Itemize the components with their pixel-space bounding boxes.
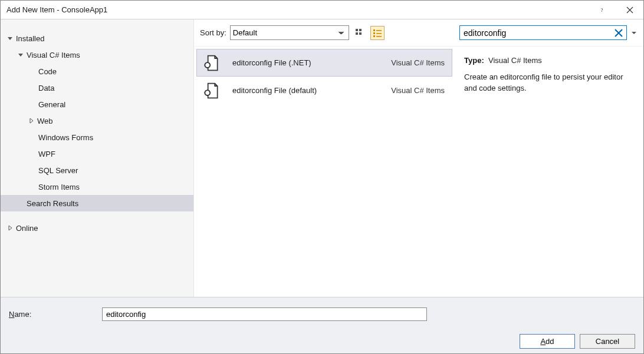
sort-bar: Sort by: Default — [194, 19, 455, 47]
svg-rect-2 — [359, 29, 362, 31]
expander-right-icon — [28, 117, 35, 124]
svg-rect-6 — [376, 30, 382, 31]
svg-rect-3 — [356, 32, 358, 35]
template-description: Create an editorconfig file to persist y… — [464, 71, 634, 94]
type-value: Visual C# Items — [488, 56, 542, 65]
template-category: Visual C# Items — [391, 58, 445, 67]
list-icon — [373, 28, 382, 38]
name-label: Name: — [9, 310, 102, 319]
editorconfig-file-icon — [201, 80, 222, 101]
tree-search-results[interactable]: Search Results — [1, 195, 193, 211]
svg-rect-5 — [373, 29, 375, 31]
tree-label: Windows Forms — [38, 133, 93, 142]
close-icon — [626, 6, 633, 14]
help-icon: ? — [599, 6, 606, 14]
svg-text:?: ? — [601, 7, 603, 13]
tree-item-data[interactable]: Data — [1, 80, 193, 96]
search-bar — [455, 19, 643, 47]
svg-rect-4 — [359, 32, 362, 35]
tree-item-winforms[interactable]: Windows Forms — [1, 129, 193, 145]
template-list[interactable]: editorconfig File (.NET) Visual C# Items… — [194, 47, 455, 297]
tree-label: Search Results — [27, 199, 78, 208]
clear-search-button[interactable] — [613, 28, 624, 38]
expander-down-icon — [17, 51, 24, 58]
window-title: Add New Item - ConsoleApp1 — [6, 5, 589, 14]
search-field-wrapper[interactable] — [459, 25, 627, 40]
template-name: editorconfig File (.NET) — [232, 58, 386, 67]
name-input[interactable] — [102, 307, 427, 321]
sort-label: Sort by: — [200, 28, 226, 37]
close-icon — [613, 28, 624, 38]
name-row: Name: — [9, 305, 635, 323]
tree-item-wpf[interactable]: WPF — [1, 145, 193, 162]
template-item[interactable]: editorconfig File (.NET) Visual C# Items — [196, 49, 452, 77]
type-line: Type: Visual C# Items — [464, 55, 634, 67]
template-name: editorconfig File (default) — [232, 86, 386, 95]
main-area: Installed Visual C# Items Code Data Gene… — [1, 19, 643, 297]
sort-select[interactable]: Default — [230, 25, 349, 40]
view-grid-button[interactable] — [353, 26, 367, 40]
svg-rect-1 — [356, 29, 358, 31]
footer: Name: Add Cancel — [1, 297, 643, 353]
button-row: Add Cancel — [9, 334, 635, 349]
tree-label: Visual C# Items — [27, 51, 80, 59]
tree-visual-csharp[interactable]: Visual C# Items — [1, 47, 193, 63]
tree-label: Code — [38, 67, 57, 76]
grid-icon — [355, 28, 364, 38]
tree-item-sqlserver[interactable]: SQL Server — [1, 162, 193, 178]
tree-item-storm[interactable]: Storm Items — [1, 178, 193, 195]
template-category: Visual C# Items — [391, 86, 445, 95]
tree-label: Storm Items — [38, 183, 80, 191]
tree-label: General — [38, 100, 65, 109]
tree-online[interactable]: Online — [1, 220, 193, 236]
close-button[interactable] — [616, 1, 643, 19]
expander-down-icon — [6, 35, 14, 42]
tree-label: Online — [16, 224, 38, 233]
type-label: Type: — [464, 56, 484, 65]
tree-label: Data — [38, 84, 54, 92]
svg-rect-8 — [376, 33, 382, 34]
title-bar: Add New Item - ConsoleApp1 ? — [1, 1, 643, 19]
tree-label: Web — [37, 117, 53, 125]
tree-item-web[interactable]: Web — [1, 113, 193, 129]
cancel-button[interactable]: Cancel — [580, 334, 635, 349]
tree-item-general[interactable]: General — [1, 96, 193, 113]
view-list-button[interactable] — [370, 26, 385, 40]
tree-label: SQL Server — [38, 166, 78, 175]
search-dropdown-button[interactable] — [629, 26, 639, 40]
search-input[interactable] — [462, 28, 613, 38]
svg-rect-9 — [373, 35, 375, 37]
chevron-down-icon — [632, 31, 636, 35]
help-button[interactable]: ? — [589, 1, 616, 19]
editorconfig-file-icon — [201, 52, 222, 74]
tree-label: WPF — [38, 150, 55, 158]
expander-right-icon — [6, 224, 14, 231]
add-button[interactable]: Add — [520, 334, 575, 349]
tree-item-code[interactable]: Code — [1, 63, 193, 80]
template-panel: Sort by: Default — [193, 19, 455, 297]
template-item[interactable]: editorconfig File (default) Visual C# It… — [196, 77, 452, 104]
svg-rect-7 — [373, 32, 375, 34]
svg-rect-10 — [376, 36, 382, 37]
tree-installed[interactable]: Installed — [1, 30, 193, 47]
details-panel: Type: Visual C# Items Create an editorco… — [455, 19, 643, 297]
category-tree[interactable]: Installed Visual C# Items Code Data Gene… — [1, 19, 193, 297]
tree-label: Installed — [16, 34, 44, 43]
description-area: Type: Visual C# Items Create an editorco… — [455, 47, 643, 102]
